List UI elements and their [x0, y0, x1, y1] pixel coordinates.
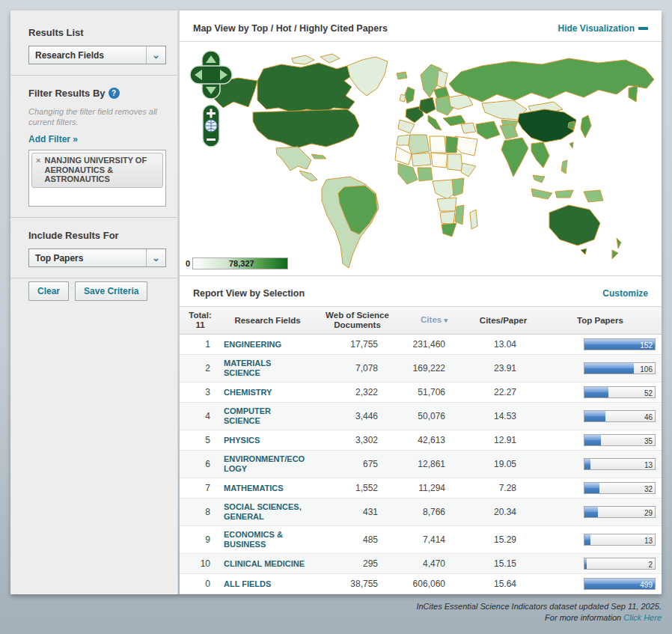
map-view-title: Map View by Top / Hot / Highly Cited Pap… — [193, 23, 388, 34]
filter-section: Filter Results By? Changing the filter f… — [10, 75, 177, 217]
map-view-header: Map View by Top / Hot / Highly Cited Pap… — [180, 10, 662, 42]
map-controls — [189, 49, 233, 148]
sidebar-buttons: Clear Save Criteria — [10, 278, 177, 311]
results-list-section: Results List Research Fields ⌄ — [10, 10, 177, 75]
table-row: 3CHEMISTRY2,32251,70622.2752 — [180, 382, 662, 403]
top-papers-bar: 46 — [584, 410, 656, 422]
table-row: 10CLINICAL MEDICINE2954,47015.152 — [180, 554, 662, 574]
legend-max: 78,327 — [229, 259, 254, 268]
legend-min: 0 — [186, 259, 190, 268]
top-papers-bar: 35 — [584, 434, 656, 446]
table-row: 4COMPUTER SCIENCE3,44650,07614.5346 — [180, 403, 662, 430]
total-header: Total:11 — [180, 307, 221, 335]
zoom-out-icon — [207, 138, 216, 141]
table-header-row: Total:11 Research Fields Web of Science … — [180, 307, 662, 335]
include-results-heading: Include Results For — [28, 230, 165, 241]
report-view-title: Report View by Selection — [193, 288, 305, 299]
table-row: 2MATERIALS SCIENCE7,078169,22223.91106 — [180, 355, 662, 382]
field-link[interactable]: ECONOMICS & BUSINESS — [221, 526, 314, 554]
top-papers-bar: 106 — [584, 362, 656, 374]
field-link[interactable]: MATERIALS SCIENCE — [221, 355, 314, 382]
pan-control — [190, 51, 232, 99]
save-criteria-button[interactable]: Save Criteria — [75, 281, 147, 301]
click-here-link[interactable]: Click Here — [623, 613, 662, 622]
footer-line2: For more information Click Here — [0, 612, 662, 624]
top-papers-bar: 29 — [584, 506, 656, 518]
field-link[interactable]: SOCIAL SCIENCES, GENERAL — [221, 499, 314, 526]
field-link[interactable]: ENVIRONMENT/ECOLOGY — [221, 451, 314, 478]
top-papers-bar: 32 — [584, 482, 656, 494]
field-link[interactable]: CHEMISTRY — [221, 382, 314, 403]
table-row: 5PHYSICS3,30242,61312.9135 — [180, 430, 662, 451]
table-row: 8SOCIAL SCIENCES, GENERAL4318,76620.3429 — [180, 499, 662, 526]
table-row: 1ENGINEERING17,755231,46013.04152 — [180, 335, 662, 355]
include-results-dropdown[interactable]: Top Papers ⌄ — [28, 249, 166, 267]
report-table: Total:11 Research Fields Web of Science … — [180, 307, 662, 594]
field-link[interactable]: COMPUTER SCIENCE — [221, 403, 314, 430]
col-cites-per-paper[interactable]: Cites/Paper — [468, 307, 539, 335]
customize-link[interactable]: Customize — [602, 288, 648, 299]
legend-gradient: 78,327 — [192, 257, 288, 269]
include-results-dropdown-value: Top Papers — [29, 253, 146, 263]
table-row: 7MATHEMATICS1,55211,2947.2832 — [180, 478, 662, 499]
field-link[interactable]: PHYSICS — [221, 430, 314, 451]
col-cites[interactable]: Cites ▾ — [400, 307, 468, 335]
top-papers-bar: 499 — [584, 578, 656, 590]
sort-desc-icon: ▾ — [444, 317, 448, 324]
minus-icon — [638, 27, 648, 30]
top-papers-bar: 152 — [584, 338, 656, 350]
filter-list: × NANJING UNIVERSITY OF AERONAUTICS & AS… — [28, 150, 166, 207]
filter-heading: Filter Results By? — [28, 88, 165, 99]
filter-note: Changing the filter field removes all cu… — [28, 106, 165, 127]
field-link[interactable]: ENGINEERING — [221, 335, 314, 355]
zoom-control — [203, 105, 219, 147]
top-papers-bar: 52 — [584, 386, 656, 398]
footer-line1: InCites Essential Science Indicators dat… — [0, 601, 662, 612]
clear-button[interactable]: Clear — [28, 281, 69, 301]
top-papers-bar: 13 — [584, 534, 656, 546]
results-list-heading: Results List — [28, 27, 165, 38]
top-papers-bar: 13 — [584, 458, 656, 470]
field-link[interactable]: MATHEMATICS — [221, 478, 314, 499]
filter-tag-label: NANJING UNIVERSITY OF AERONAUTICS & ASTR… — [44, 156, 159, 184]
col-top-papers[interactable]: Top Papers — [539, 307, 662, 335]
remove-filter-icon[interactable]: × — [36, 156, 40, 184]
add-filter-link[interactable]: Add Filter » — [28, 134, 78, 144]
field-link[interactable]: CLINICAL MEDICINE — [221, 554, 314, 574]
sidebar: Results List Research Fields ⌄ Filter Re… — [10, 10, 178, 594]
table-row: 0ALL FIELDS38,755606,06015.64499 — [180, 574, 662, 594]
filter-tag[interactable]: × NANJING UNIVERSITY OF AERONAUTICS & AS… — [31, 153, 163, 188]
world-map[interactable] — [180, 42, 662, 290]
help-icon[interactable]: ? — [109, 88, 120, 99]
col-research-fields[interactable]: Research Fields — [221, 307, 314, 335]
results-list-dropdown[interactable]: Research Fields ⌄ — [28, 46, 166, 64]
chevron-down-icon[interactable]: ⌄ — [146, 46, 165, 64]
table-row: 6ENVIRONMENT/ECOLOGY67512,86119.0513 — [180, 451, 662, 478]
col-wos-documents[interactable]: Web of Science Documents — [314, 307, 400, 335]
main-panel: Map View by Top / Hot / Highly Cited Pap… — [180, 10, 662, 594]
map-area: 0 78,327 — [180, 42, 662, 275]
content-panel: Results List Research Fields ⌄ Filter Re… — [10, 10, 662, 594]
include-results-section: Include Results For Top Papers ⌄ — [10, 217, 177, 278]
table-row: 9ECONOMICS & BUSINESS4857,41415.2913 — [180, 526, 662, 554]
results-list-dropdown-value: Research Fields — [29, 50, 146, 61]
field-link[interactable]: ALL FIELDS — [221, 574, 314, 594]
hide-visualization-link[interactable]: Hide Visualization — [558, 23, 648, 34]
footer: InCites Essential Science Indicators dat… — [0, 594, 672, 624]
map-legend: 0 78,327 — [186, 257, 288, 269]
top-papers-bar: 2 — [584, 558, 656, 570]
chevron-down-icon[interactable]: ⌄ — [146, 249, 165, 266]
